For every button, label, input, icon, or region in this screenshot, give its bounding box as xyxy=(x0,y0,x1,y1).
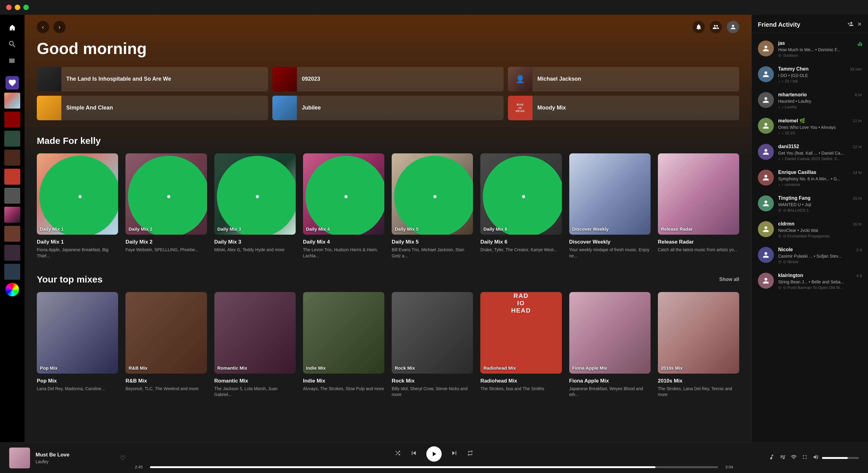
sidebar-album-4[interactable] xyxy=(4,150,20,166)
profile-button[interactable] xyxy=(727,21,739,33)
card-title-rock: Rock Mix xyxy=(392,378,473,384)
progress-row: 2:45 3:04 xyxy=(132,465,736,469)
card-desc-4: The Levon Trio, Hudson Harris & Haim, La… xyxy=(303,247,384,259)
quick-item-3[interactable]: 👤 Michael Jackson xyxy=(508,67,739,91)
repeat-button[interactable] xyxy=(467,450,473,458)
sidebar-album-3[interactable] xyxy=(4,131,20,147)
friend-item-klairington[interactable]: klairington 4 d String Bean J... • Belle… xyxy=(752,269,868,294)
volume-bar[interactable] xyxy=(822,457,859,459)
sidebar-album-1[interactable] xyxy=(4,93,20,108)
friend-activity-icons: ✕ xyxy=(847,21,862,29)
nav-back-button[interactable]: ‹ xyxy=(37,21,49,33)
card-daily-mix-4[interactable]: Daily Mix 4 Daily Mix 4 The Levon Trio, … xyxy=(303,153,384,259)
close-friend-activity-icon[interactable]: ✕ xyxy=(857,21,862,29)
card-rock-mix[interactable]: Rock Mix Rock Mix Billy Idol, Sheryl Cro… xyxy=(392,292,473,398)
friend-item-jas[interactable]: jas How Much Is We... • Dominic F... ⊙ S… xyxy=(752,36,868,62)
sidebar-album-9[interactable] xyxy=(4,245,20,261)
maximize-button[interactable] xyxy=(23,5,29,10)
friend-item-dani[interactable]: dani3152 12 hr Get You (feat. Kali ... •… xyxy=(752,139,868,165)
card-rnb-mix[interactable]: R&B Mix R&B Mix Beyoncé, TLC, The Weeknd… xyxy=(125,292,207,398)
player-center: 2:45 3:04 xyxy=(132,446,736,469)
made-for-kelly-title: Made For kelly xyxy=(37,135,101,146)
friend-track-tammy: I DO • (G)I-DLE xyxy=(778,73,862,78)
friends-button[interactable] xyxy=(710,21,722,33)
show-all-button[interactable]: Show all xyxy=(719,277,739,282)
card-title-indie: Indie Mix xyxy=(303,378,384,384)
center-content: ‹ › Good morning xyxy=(25,15,751,442)
friend-track-jas: How Much Is We... • Dominic F... xyxy=(778,47,849,52)
previous-button[interactable] xyxy=(410,449,418,459)
friend-item-mharte[interactable]: mhartenorio 6 hr Haunted • Laufey ♪ ♪ La… xyxy=(752,88,868,114)
bar-1 xyxy=(858,43,859,46)
volume-icon[interactable] xyxy=(813,454,819,462)
notifications-button[interactable] xyxy=(692,21,705,33)
nav-forward-button[interactable]: › xyxy=(53,21,66,33)
sidebar-album-5[interactable] xyxy=(4,169,20,185)
add-friend-icon[interactable] xyxy=(847,21,854,29)
card-release-radar[interactable]: Release Radar Release Radar Catch all th… xyxy=(658,153,739,259)
next-button[interactable] xyxy=(450,449,458,459)
friend-item-enrique[interactable]: Enrique Casillas 14 hr Symphony No. 6 in… xyxy=(752,165,868,191)
sidebar-item-home[interactable] xyxy=(5,21,19,34)
sidebar-album-8[interactable] xyxy=(4,226,20,242)
sidebar-album-2[interactable] xyxy=(4,112,20,128)
lyrics-button[interactable] xyxy=(769,454,775,462)
friend-item-cldrmn[interactable]: cldrmn 16 hr NeoClear • Jvcki Wai ⊙ ⊙ En… xyxy=(752,217,868,243)
card-label-rock: Rock Mix xyxy=(395,365,415,371)
card-pop-mix[interactable]: Pop Mix Pop Mix Lana Del Rey, Madonna, C… xyxy=(37,292,118,398)
card-art-pop-mix: Pop Mix xyxy=(37,292,118,373)
card-2010s-mix[interactable]: 2010s Mix 2010s Mix The Strokes, Lana De… xyxy=(658,292,739,398)
friend-sub-text-enrique: ♪ romance xyxy=(782,182,801,187)
card-radiohead-mix[interactable]: RADIOHEAD Radiohead Mix Radiohead Mix Th… xyxy=(480,292,562,398)
sidebar-item-search[interactable] xyxy=(5,37,19,51)
quick-item-5[interactable]: Jubilee xyxy=(272,96,504,120)
card-label-6: Daily Mix 6 xyxy=(484,226,507,231)
sidebar-liked-songs[interactable] xyxy=(5,76,19,90)
card-fiona-mix[interactable]: Fiona Apple Mix Fiona Apple Mix Japanese… xyxy=(569,292,651,398)
close-button[interactable] xyxy=(6,5,12,10)
card-romantic-mix[interactable]: Romantic Mix Romantic Mix The Jackson 5,… xyxy=(214,292,296,398)
quick-item-1[interactable]: The Land Is Inhospitable and So Are We xyxy=(37,67,268,91)
quick-item-title-1: The Land Is Inhospitable and So Are We xyxy=(66,75,171,83)
card-indie-mix[interactable]: Indie Mix Indie Mix Alvvays, The Strokes… xyxy=(303,292,384,398)
card-art-2010s-mix: 2010s Mix xyxy=(658,292,739,373)
quick-item-6[interactable]: RADIOHEAD Moody Mix xyxy=(508,96,739,120)
card-daily-mix-5[interactable]: Daily Mix 5 Daily Mix 5 Bill Evans Trio,… xyxy=(392,153,473,259)
card-title-release: Release Radar xyxy=(658,239,739,245)
card-daily-mix-2[interactable]: Daily Mix 2 Daily Mix 2 Faye Webster, SP… xyxy=(125,153,207,259)
progress-bar[interactable] xyxy=(150,466,718,468)
card-discover-weekly[interactable]: Discover Weekly Discover Weekly Your wee… xyxy=(569,153,651,259)
quick-item-2[interactable]: 092023 xyxy=(272,67,504,91)
quick-item-4[interactable]: Simple And Clean xyxy=(37,96,268,120)
fullscreen-button[interactable] xyxy=(802,454,808,462)
sidebar-item-library[interactable] xyxy=(5,54,19,67)
friend-name-tingting: Tingting Fang xyxy=(778,195,810,201)
play-pause-button[interactable] xyxy=(426,446,442,462)
friend-item-nicole[interactable]: Nicole 2 d Casimir Pulaski ... • Sufjan … xyxy=(752,243,868,269)
nav-right-icons xyxy=(692,21,739,33)
sidebar-color-picker[interactable] xyxy=(5,283,19,296)
friend-item-tammy[interactable]: Tammy Chen 33 min I DO • (G)I-DLE ♪ ♪ 23… xyxy=(752,62,868,88)
sidebar-album-6[interactable] xyxy=(4,188,20,204)
card-title-rnb: R&B Mix xyxy=(125,378,207,384)
card-daily-mix-6[interactable]: Daily Mix 6 Daily Mix 6 Drake, Tyler, Th… xyxy=(480,153,562,259)
sidebar-albums xyxy=(4,76,20,296)
sidebar-album-7[interactable] xyxy=(4,207,20,223)
svg-point-2 xyxy=(256,195,259,198)
friend-track-mharte: Haunted • Laufey xyxy=(778,99,862,104)
quick-play-grid: The Land Is Inhospitable and So Are We 0… xyxy=(37,67,739,120)
card-daily-mix-3[interactable]: Daily Mix 3 Daily Mix 3 Mitski, Alex G, … xyxy=(214,153,296,259)
card-desc-1: Fiona Apple, Japanese Breakfast, Big Thi… xyxy=(37,247,118,259)
nav-icons xyxy=(5,21,19,67)
shuffle-button[interactable] xyxy=(395,450,401,458)
friend-name-melo: melomel 🌿 xyxy=(778,118,805,124)
queue-button[interactable] xyxy=(780,454,786,462)
friend-item-melo[interactable]: melomel 🌿 11 hr Ones Who Love You • Alvv… xyxy=(752,114,868,139)
player-heart-button[interactable]: ♡ xyxy=(120,454,126,462)
minimize-button[interactable] xyxy=(15,5,20,10)
friend-sub-mharte: ♪ ♪ Laufey xyxy=(778,104,862,109)
devices-button[interactable] xyxy=(791,454,797,462)
sidebar-album-10[interactable] xyxy=(4,264,20,280)
friend-item-tingting[interactable]: Tingting Fang 15 hr WANTED U • Joji ⊙ ⊙ … xyxy=(752,191,868,217)
card-daily-mix-1[interactable]: Daily Mix 1 Daily Mix 1 Fiona Apple, Jap… xyxy=(37,153,118,259)
